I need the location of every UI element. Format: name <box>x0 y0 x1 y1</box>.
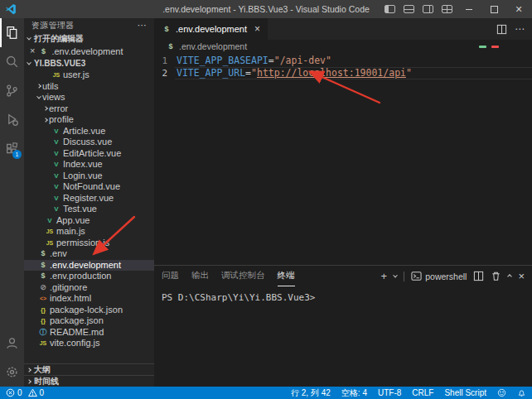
sidebar-title: 资源管理器 ⋯ <box>24 18 154 32</box>
more-actions-icon[interactable]: ⋯ <box>138 20 147 31</box>
tree-item-error[interactable]: error <box>24 103 154 115</box>
file-label: .env.production <box>50 271 111 282</box>
tree-item-Test.vue[interactable]: VTest.vue <box>24 204 154 215</box>
feedback-smiley-icon[interactable] <box>497 388 506 397</box>
terminal-output[interactable]: PS D:\CSharp\Yi\Yi.BBS.Vue3> <box>154 286 532 387</box>
tree-item-user.js[interactable]: JSuser.js <box>24 70 154 81</box>
maximize-button[interactable] <box>486 2 502 17</box>
file-label: App.vue <box>56 215 89 227</box>
notifications-bell-icon[interactable] <box>517 388 526 397</box>
file-label: Article.vue <box>63 126 105 137</box>
indentation[interactable]: 空格: 4 <box>341 387 367 399</box>
tree-item-index.html[interactable]: <>index.html <box>24 293 154 305</box>
close-window-button[interactable]: ✕ <box>510 2 527 17</box>
file-label: index.html <box>50 293 91 305</box>
close-tab-icon[interactable]: × <box>254 24 260 34</box>
code-line-2[interactable]: 2VITE_APP_URL="http://localhost:19001/ap… <box>154 67 532 79</box>
tree-item-Discuss.vue[interactable]: VDiscuss.vue <box>24 137 154 148</box>
panel-tab-终端[interactable]: 终端 <box>278 266 295 286</box>
maximize-panel-icon[interactable] <box>508 274 513 279</box>
vue-file-icon: V <box>51 171 61 182</box>
panel-tab-问题[interactable]: 问题 <box>162 266 179 286</box>
toggle-panel-icon[interactable] <box>404 5 414 13</box>
code-editor[interactable]: 1VITE_APP_BASEAPI="/api-dev"2VITE_APP_UR… <box>154 53 532 265</box>
cursor-position[interactable]: 行 2, 列 42 <box>291 387 331 399</box>
customize-layout-icon[interactable] <box>442 5 452 13</box>
tree-item-views[interactable]: views <box>24 92 154 103</box>
eol[interactable]: CRLF <box>412 388 433 397</box>
tree-item-.env[interactable]: $.env <box>24 248 154 260</box>
tree-item-permission.js[interactable]: JSpermission.js <box>24 238 154 249</box>
close-icon[interactable]: × <box>30 46 35 55</box>
tree-item-package-lock.json[interactable]: {}package-lock.json <box>24 305 154 316</box>
tree-item-.env.development[interactable]: $.env.development <box>24 260 154 272</box>
sidebar-title-label: 资源管理器 <box>31 20 75 31</box>
toggle-sidebar-icon[interactable] <box>384 5 395 13</box>
open-editors-header[interactable]: 打开的编辑器 <box>24 32 154 45</box>
activity-search-icon[interactable] <box>0 47 24 76</box>
file-label: README.md <box>50 327 104 339</box>
problems-status[interactable]: 0 0 <box>6 388 44 397</box>
minimize-button[interactable] <box>461 2 477 17</box>
split-terminal-icon[interactable] <box>473 271 484 281</box>
vue-file-icon: V <box>51 204 61 215</box>
more-actions-icon[interactable]: ⋯ <box>515 23 525 35</box>
tree-item-utils[interactable]: utils <box>24 81 154 93</box>
account-icon[interactable] <box>0 329 24 358</box>
chevron-right-icon <box>36 84 41 89</box>
tree-item-vite.config.js[interactable]: JSvite.config.js <box>24 338 154 349</box>
tree-item-profile[interactable]: profile <box>24 114 154 126</box>
settings-gear-icon[interactable] <box>0 358 24 387</box>
tree-item-Article.vue[interactable]: VArticle.vue <box>24 126 154 137</box>
tree-item-.gitignore[interactable]: ⊘.gitignore <box>24 282 154 294</box>
panel-tab-调试控制台[interactable]: 调试控制台 <box>221 266 265 286</box>
md-file-icon: ⓘ <box>38 327 48 339</box>
outline-header[interactable]: 大纲 <box>24 363 154 375</box>
file-label: user.js <box>63 70 89 81</box>
file-label: views <box>42 92 65 103</box>
tree-item-App.vue[interactable]: VApp.vue <box>24 215 154 227</box>
activity-extensions-icon[interactable]: 1 <box>0 134 24 163</box>
env-file-icon: $ <box>38 248 48 260</box>
tree-item-main.js[interactable]: JSmain.js <box>24 226 154 238</box>
panel-tab-输出[interactable]: 输出 <box>191 266 209 286</box>
encoding[interactable]: UTF-8 <box>378 388 401 397</box>
activity-explorer-icon[interactable] <box>0 18 24 47</box>
json-file-icon: {} <box>38 305 48 316</box>
split-editor-icon[interactable] <box>496 24 507 35</box>
tree-item-EditArticle.vue[interactable]: VEditArticle.vue <box>24 148 154 160</box>
tree-item-.env.production[interactable]: $.env.production <box>24 271 154 282</box>
trash-icon[interactable] <box>491 271 501 281</box>
tab-env-development[interactable]: $ .env.development × <box>154 18 268 40</box>
open-editor-item[interactable]: × $ .env.development <box>24 45 154 57</box>
toggle-secondary-sidebar-icon[interactable] <box>423 5 433 13</box>
terminal-shell-selector[interactable]: powershell <box>411 271 467 281</box>
breadcrumb[interactable]: $ .env.development <box>154 40 532 53</box>
code-text: VITE_APP_BASEAPI="/api-dev" <box>177 55 331 67</box>
chevron-right-icon <box>43 118 48 123</box>
tree-item-README.md[interactable]: ⓘREADME.md <box>24 327 154 339</box>
html-file-icon: <> <box>38 293 48 305</box>
new-terminal-icon[interactable]: + <box>381 271 388 281</box>
tree-item-package.json[interactable]: {}package.json <box>24 315 154 327</box>
js-file-icon: JS <box>45 238 55 249</box>
activity-run-debug-icon[interactable] <box>0 105 24 134</box>
env-file-icon: $ <box>38 271 48 282</box>
tree-item-Register.vue[interactable]: VRegister.vue <box>24 193 154 204</box>
code-lines: 1VITE_APP_BASEAPI="/api-dev"2VITE_APP_UR… <box>154 55 532 79</box>
tree-item-NotFound.vue[interactable]: VNotFound.vue <box>24 181 154 193</box>
tree-item-Index.vue[interactable]: VIndex.vue <box>24 159 154 171</box>
timeline-header[interactable]: 时间线 <box>24 375 154 387</box>
activity-source-control-icon[interactable] <box>0 76 24 105</box>
close-panel-icon[interactable]: × <box>518 271 525 281</box>
env-file-icon: $ <box>162 25 172 33</box>
project-header[interactable]: YI.BBS.VUE3 <box>24 57 154 70</box>
code-text: VITE_APP_URL="http://localhost:19001/api… <box>177 67 412 79</box>
tree-item-Login.vue[interactable]: VLogin.vue <box>24 171 154 182</box>
code-line-1[interactable]: 1VITE_APP_BASEAPI="/api-dev" <box>154 55 532 67</box>
chevron-down-icon[interactable] <box>393 272 398 277</box>
editor-area: $ .env.development × ⋯ $ .env.developmen… <box>154 18 532 387</box>
language-mode[interactable]: Shell Script <box>444 388 486 397</box>
extensions-badge: 1 <box>12 150 22 159</box>
vue-file-icon: V <box>45 215 55 227</box>
